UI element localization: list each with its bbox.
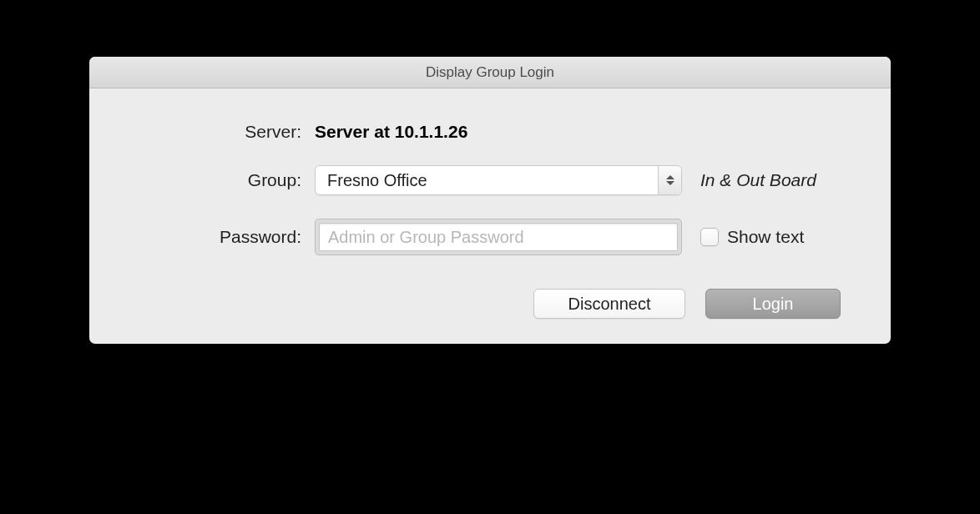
show-text-label: Show text [727, 227, 804, 247]
group-selected-value: Fresno Office [327, 171, 427, 190]
disconnect-button[interactable]: Disconnect [533, 289, 685, 319]
chevron-up-icon [666, 175, 674, 179]
group-description: In & Out Board [700, 170, 816, 190]
login-button[interactable]: Login [705, 289, 841, 319]
password-input[interactable] [319, 223, 678, 251]
window-titlebar: Display Group Login [89, 57, 891, 88]
server-label: Server: [131, 122, 315, 142]
group-label: Group: [131, 170, 315, 190]
server-row: Server: Server at 10.1.1.26 [131, 122, 849, 142]
login-dialog: Display Group Login Server: Server at 10… [89, 57, 891, 344]
password-label: Password: [131, 227, 315, 247]
password-row: Password: Show text [131, 219, 849, 255]
chevron-down-icon [666, 181, 674, 185]
select-stepper-icon [658, 166, 681, 194]
show-text-checkbox[interactable] [700, 228, 719, 246]
group-row: Group: Fresno Office In & Out Board [131, 165, 849, 195]
login-button-label: Login [753, 295, 794, 314]
group-select[interactable]: Fresno Office [315, 165, 682, 195]
password-input-wrap [315, 219, 682, 255]
group-field: Fresno Office In & Out Board [315, 165, 816, 195]
password-field: Show text [315, 219, 804, 255]
show-text-checkbox-wrap[interactable]: Show text [700, 227, 804, 247]
server-value: Server at 10.1.1.26 [315, 122, 467, 142]
button-row: Disconnect Login [131, 289, 849, 319]
server-field: Server at 10.1.1.26 [315, 122, 467, 142]
dialog-content: Server: Server at 10.1.1.26 Group: Fresn… [89, 88, 891, 344]
window-title: Display Group Login [426, 64, 554, 81]
disconnect-button-label: Disconnect [568, 295, 651, 314]
